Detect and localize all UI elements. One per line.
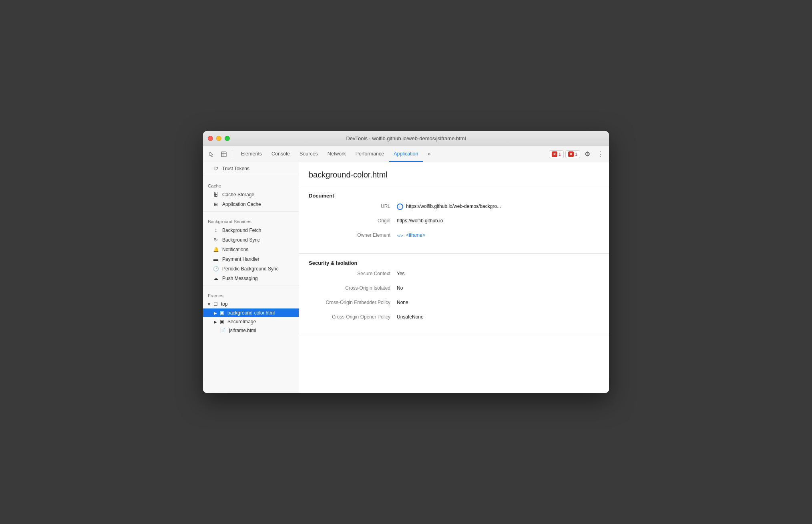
tab-sources[interactable]: Sources	[295, 146, 323, 162]
security-section: Security & Isolation Secure Context Yes …	[299, 254, 609, 335]
tab-application[interactable]: Application	[389, 146, 423, 162]
url-value: i https://wolfib.github.io/web-demos/bac…	[397, 204, 599, 210]
owner-element-text: <iframe>	[406, 232, 425, 238]
warn-icon: ✕	[568, 151, 574, 157]
error-count-badge[interactable]: ✕ 1	[549, 150, 564, 158]
frames-section-label: Frames	[203, 288, 299, 300]
url-field-row: URL i https://wolfib.github.io/web-demos…	[309, 204, 599, 213]
sidebar-item-notifications[interactable]: 🔔 Notifications	[203, 245, 299, 254]
frame-jslframe-icon: 📄	[220, 328, 226, 333]
tab-console[interactable]: Console	[267, 146, 295, 162]
security-section-title: Security & Isolation	[309, 260, 599, 266]
secure-url-icon: i	[397, 204, 403, 210]
inspect-button[interactable]	[218, 149, 229, 160]
code-icon: </>	[397, 232, 403, 239]
payment-handler-icon: ▬	[213, 256, 219, 262]
tree-toggle-secure-image[interactable]: ▶	[213, 319, 218, 324]
origin-value: https://wolfib.github.io	[397, 218, 599, 224]
sidebar: 🛡 Trust Tokens Cache 🗄 Cache Storage ⊞ A…	[203, 162, 299, 393]
tree-toggle-top[interactable]: ▼	[206, 301, 212, 307]
bg-services-section-label: Background Services	[203, 214, 299, 226]
frame-secure-image[interactable]: ▶ ▣ SecureImage	[203, 317, 299, 326]
close-button[interactable]	[208, 136, 213, 141]
sidebar-label-cache-storage: Cache Storage	[222, 192, 294, 198]
sidebar-item-periodic-bg-sync[interactable]: 🕐 Periodic Background Sync	[203, 264, 299, 274]
title-bar: DevTools - wolfib.github.io/web-demos/js…	[203, 131, 609, 146]
url-label: URL	[309, 204, 397, 209]
tree-toggle-bg-color[interactable]: ▶	[213, 310, 218, 316]
frame-top-label: top	[221, 301, 228, 307]
bg-sync-icon: ↻	[213, 237, 219, 243]
trust-tokens-icon: 🛡	[213, 165, 219, 172]
push-messaging-icon: ☁	[213, 275, 219, 282]
main-panel: background-color.html Document URL i htt…	[299, 162, 609, 393]
frame-top-icon: ☐	[213, 301, 218, 307]
more-options-button[interactable]: ⋮	[595, 149, 606, 160]
tab-elements[interactable]: Elements	[236, 146, 267, 162]
cross-origin-isolated-row: Cross-Origin Isolated No	[309, 285, 599, 295]
sidebar-item-application-cache[interactable]: ⊞ Application Cache	[203, 200, 299, 209]
sidebar-label-bg-fetch: Background Fetch	[222, 228, 294, 233]
divider-cache	[203, 176, 299, 176]
panel-title: background-color.html	[309, 170, 599, 179]
document-section: Document URL i https://wolfib.github.io/…	[299, 186, 609, 254]
owner-field-row: Owner Element </> <iframe>	[309, 232, 599, 242]
url-text: https://wolfib.github.io/web-demos/backg…	[406, 204, 501, 209]
notifications-icon: 🔔	[213, 246, 219, 253]
cache-storage-icon: 🗄	[213, 191, 219, 198]
sidebar-item-cache-storage[interactable]: 🗄 Cache Storage	[203, 190, 299, 200]
tab-performance[interactable]: Performance	[351, 146, 389, 162]
frame-top[interactable]: ▼ ☐ top	[203, 300, 299, 308]
sidebar-label-payment-handler: Payment Handler	[222, 256, 294, 262]
sidebar-item-trust-tokens[interactable]: 🛡 Trust Tokens	[203, 164, 299, 173]
frame-secure-image-label: SecureImage	[227, 319, 256, 324]
traffic-lights	[208, 136, 230, 141]
frame-jslframe-label: jslframe.html	[229, 328, 256, 333]
sidebar-item-push-messaging[interactable]: ☁ Push Messaging	[203, 274, 299, 283]
owner-value[interactable]: </> <iframe>	[397, 232, 599, 239]
devtools-window: DevTools - wolfib.github.io/web-demos/js…	[203, 131, 609, 393]
tab-network[interactable]: Network	[323, 146, 351, 162]
warn-count-badge[interactable]: ✕ 1	[565, 150, 580, 158]
sidebar-item-payment-handler[interactable]: ▬ Payment Handler	[203, 254, 299, 264]
minimize-button[interactable]	[216, 136, 221, 141]
bg-fetch-icon: ↕	[213, 227, 219, 234]
cross-origin-opener-row: Cross-Origin Opener Policy UnsafeNone	[309, 314, 599, 324]
sidebar-label-application-cache: Application Cache	[222, 202, 294, 207]
periodic-bg-sync-icon: 🕐	[213, 266, 219, 272]
frame-jslframe[interactable]: ▶ 📄 jslframe.html	[203, 326, 299, 335]
document-section-title: Document	[309, 193, 599, 199]
cross-origin-isolated-value: No	[397, 285, 599, 291]
sidebar-label-trust-tokens: Trust Tokens	[222, 166, 294, 171]
toolbar-tabs: Elements Console Sources Network Perform…	[236, 146, 548, 162]
maximize-button[interactable]	[225, 136, 230, 141]
toolbar: Elements Console Sources Network Perform…	[203, 146, 609, 162]
error-count: 1	[559, 152, 561, 157]
cursor-tool-button[interactable]	[206, 149, 217, 160]
secure-context-value: Yes	[397, 271, 599, 276]
sidebar-label-periodic-bg-sync: Periodic Background Sync	[222, 266, 294, 272]
cross-origin-opener-value: UnsafeNone	[397, 314, 599, 320]
divider-bg-services	[203, 212, 299, 212]
toolbar-right: ✕ 1 ✕ 1 ⚙ ⋮	[549, 149, 606, 160]
window-title: DevTools - wolfib.github.io/web-demos/js…	[346, 135, 466, 141]
secure-context-row: Secure Context Yes	[309, 271, 599, 280]
frame-secure-image-icon: ▣	[220, 319, 224, 324]
sidebar-label-notifications: Notifications	[222, 247, 294, 252]
sidebar-item-bg-sync[interactable]: ↻ Background Sync	[203, 235, 299, 245]
secure-context-label: Secure Context	[309, 271, 397, 276]
cross-origin-isolated-label: Cross-Origin Isolated	[309, 285, 397, 291]
frame-bg-color-label: background-color.html	[227, 310, 275, 316]
sidebar-item-bg-fetch[interactable]: ↕ Background Fetch	[203, 226, 299, 235]
application-cache-icon: ⊞	[213, 201, 219, 208]
cross-origin-opener-label: Cross-Origin Opener Policy	[309, 314, 397, 320]
cross-origin-embedder-label: Cross-Origin Embedder Policy	[309, 300, 397, 305]
cross-origin-embedder-row: Cross-Origin Embedder Policy None	[309, 300, 599, 309]
cache-section-label: Cache	[203, 179, 299, 190]
frame-bg-color[interactable]: ▶ ▣ background-color.html	[203, 308, 299, 317]
tab-more[interactable]: »	[423, 146, 435, 162]
main-content: 🛡 Trust Tokens Cache 🗄 Cache Storage ⊞ A…	[203, 162, 609, 393]
origin-label: Origin	[309, 218, 397, 224]
settings-button[interactable]: ⚙	[582, 149, 593, 160]
owner-label: Owner Element	[309, 232, 397, 238]
